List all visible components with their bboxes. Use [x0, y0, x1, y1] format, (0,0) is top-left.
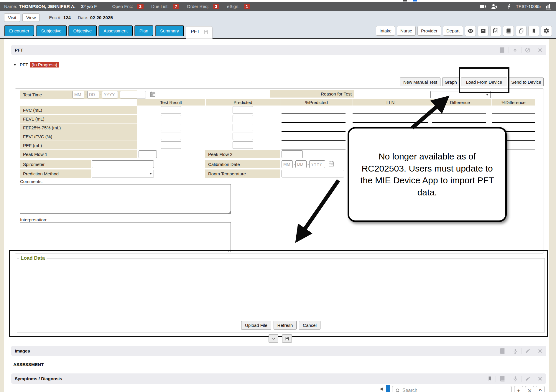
pencil-icon[interactable]: [525, 348, 531, 354]
search-box[interactable]: [392, 386, 512, 392]
order-req-label: Order Req:: [187, 4, 209, 9]
archive-box-icon[interactable]: [478, 26, 488, 36]
pft-section-header[interactable]: PFT: [11, 45, 546, 55]
close-icon[interactable]: [537, 47, 543, 53]
dash: -: [307, 162, 309, 167]
book-icon[interactable]: [499, 348, 506, 354]
graph-button[interactable]: Graph: [442, 78, 459, 86]
fvc-result-input[interactable]: [161, 106, 181, 113]
scroll-left-icon[interactable]: ◀: [380, 386, 383, 391]
pencil-icon[interactable]: [525, 376, 531, 381]
pft-item-link[interactable]: PFT: [20, 62, 28, 67]
depart-button[interactable]: Depart: [443, 26, 463, 36]
send-to-device-button[interactable]: Send to Device: [509, 78, 544, 86]
test-time-year-input[interactable]: [102, 91, 118, 98]
fef-predicted-input[interactable]: [233, 124, 253, 131]
video-camera-icon[interactable]: [480, 3, 487, 10]
patient-name[interactable]: THOMPSON, JENNIFER A.: [19, 4, 75, 9]
test-time-time-input[interactable]: [120, 91, 146, 98]
due-list-badge[interactable]: 7: [173, 4, 179, 9]
test-time-day-input[interactable]: [87, 91, 99, 98]
images-section-header[interactable]: Images: [11, 346, 546, 356]
tab-objective[interactable]: Objective: [68, 25, 97, 36]
fev1-fvc-result-input[interactable]: [161, 133, 181, 140]
bar-chart-icon[interactable]: [545, 3, 552, 10]
save-section-button[interactable]: [282, 334, 292, 343]
pef-predicted-input[interactable]: [233, 141, 253, 149]
room-temperature-input[interactable]: [282, 170, 344, 177]
tab-assessment[interactable]: Assessment: [98, 25, 133, 36]
fvc-predicted-input[interactable]: [233, 106, 253, 113]
tab-subjective[interactable]: Subjective: [36, 25, 66, 36]
comments-textarea[interactable]: [20, 184, 231, 214]
browser-tab-fragment: [403, 0, 407, 1]
value-line: [353, 122, 428, 123]
book-icon[interactable]: [499, 47, 505, 53]
collapse-icon[interactable]: [512, 47, 518, 53]
copy-icon[interactable]: [516, 26, 527, 36]
close-button[interactable]: ✕: [525, 386, 534, 392]
disable-icon[interactable]: [525, 47, 531, 53]
fev1-result-input[interactable]: [161, 115, 181, 122]
close-icon[interactable]: [537, 376, 543, 381]
system-id: TEST-10065: [516, 4, 541, 9]
resize-grip[interactable]: [228, 211, 231, 214]
order-req-badge[interactable]: 3: [213, 4, 219, 9]
fev1-predicted-input[interactable]: [233, 115, 253, 122]
tab-encounter[interactable]: Encounter: [4, 25, 34, 36]
interpretation-textarea[interactable]: [20, 222, 231, 252]
calendar-check-icon[interactable]: [490, 26, 501, 36]
scroll-up-button[interactable]: ^: [536, 386, 545, 392]
interpretation-label: Interpretation:: [20, 217, 47, 222]
open-enc-counter[interactable]: Open Enc: 2: [112, 4, 144, 9]
open-enc-badge[interactable]: 2: [137, 4, 144, 9]
peak-flow-2-input[interactable]: [282, 150, 303, 158]
search-input[interactable]: [402, 388, 509, 392]
calendar-icon[interactable]: [328, 161, 335, 167]
nurse-button[interactable]: Nurse: [397, 26, 416, 36]
collapse-section-button[interactable]: [269, 334, 278, 343]
intake-button[interactable]: Intake: [376, 26, 395, 36]
scroll-indicator[interactable]: [386, 385, 390, 392]
calibration-date-label-cell: Calibration Date: [205, 160, 280, 168]
calibration-month-input[interactable]: [282, 160, 293, 168]
eye-icon[interactable]: [465, 26, 476, 36]
test-time-month-input[interactable]: [73, 91, 84, 98]
symptoms-diagnosis-section-header[interactable]: Symptoms / Diagnosis: [11, 373, 546, 384]
esign-badge[interactable]: 1: [244, 4, 250, 9]
calendar-icon[interactable]: [149, 91, 156, 98]
calibration-year-input[interactable]: [309, 160, 325, 168]
book-icon[interactable]: [503, 26, 514, 36]
order-req-counter[interactable]: Order Req: 3: [187, 4, 219, 9]
col-predicted: Predicted: [206, 99, 280, 106]
spirometer-input[interactable]: [92, 160, 154, 168]
fef-result-input[interactable]: [161, 124, 181, 131]
bookmark-icon[interactable]: [528, 26, 539, 36]
person-add-icon[interactable]: [491, 3, 498, 10]
tab-plan[interactable]: Plan: [134, 25, 153, 36]
new-manual-test-button[interactable]: New Manual Test: [400, 78, 440, 86]
visit-button[interactable]: Visit: [4, 13, 20, 22]
prediction-method-select[interactable]: [92, 170, 154, 177]
view-button[interactable]: View: [22, 13, 40, 22]
close-icon[interactable]: [537, 348, 543, 354]
add-button[interactable]: +: [514, 386, 523, 392]
gear-icon[interactable]: [541, 26, 552, 36]
microphone-icon[interactable]: [512, 348, 518, 354]
tab-pft-active[interactable]: PFT: [186, 26, 213, 39]
calibration-day-input[interactable]: [295, 160, 307, 168]
due-list-counter[interactable]: Due List: 7: [151, 4, 179, 9]
tab-summary[interactable]: Summary: [155, 25, 184, 36]
book-icon[interactable]: [499, 375, 506, 382]
room-temperature-label-cell: Room Temperature: [205, 169, 280, 178]
bookmark-icon[interactable]: [487, 376, 492, 381]
fev1-fvc-predicted-input[interactable]: [233, 133, 253, 140]
row-label-pef: PEF (mL): [20, 141, 137, 149]
esign-counter[interactable]: eSign: 1: [227, 4, 250, 9]
lightning-icon[interactable]: [506, 3, 512, 10]
microphone-icon[interactable]: [512, 376, 518, 382]
left-margin-strip: [0, 39, 4, 392]
pef-result-input[interactable]: [161, 141, 181, 149]
peak-flow-1-input[interactable]: [139, 150, 157, 158]
provider-button[interactable]: Provider: [417, 26, 441, 36]
